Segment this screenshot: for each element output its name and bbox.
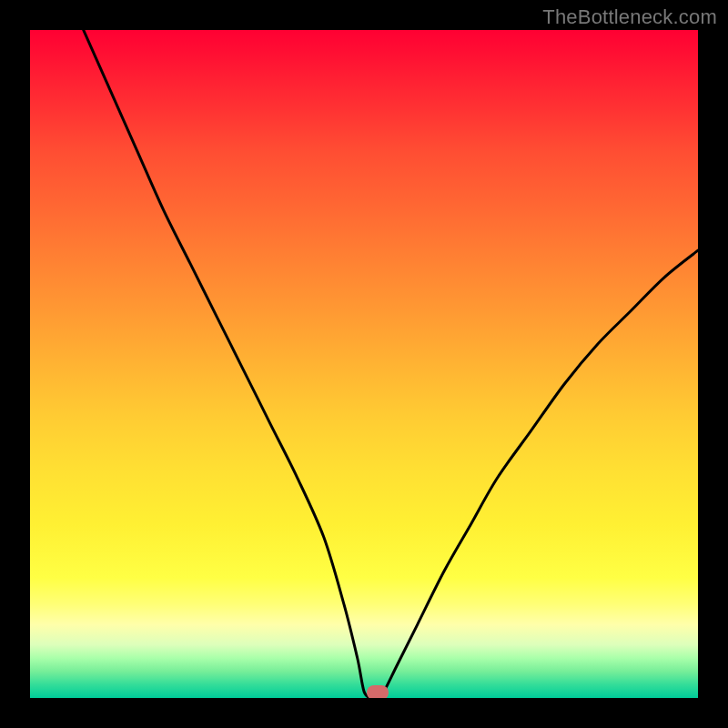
plot-area (30, 30, 698, 698)
optimal-point-marker (367, 685, 389, 698)
watermark-text: TheBottleneck.com (542, 5, 717, 29)
bottleneck-curve-svg (30, 30, 698, 698)
chart-container: TheBottleneck.com (0, 0, 728, 728)
bottleneck-curve-line (84, 30, 698, 698)
